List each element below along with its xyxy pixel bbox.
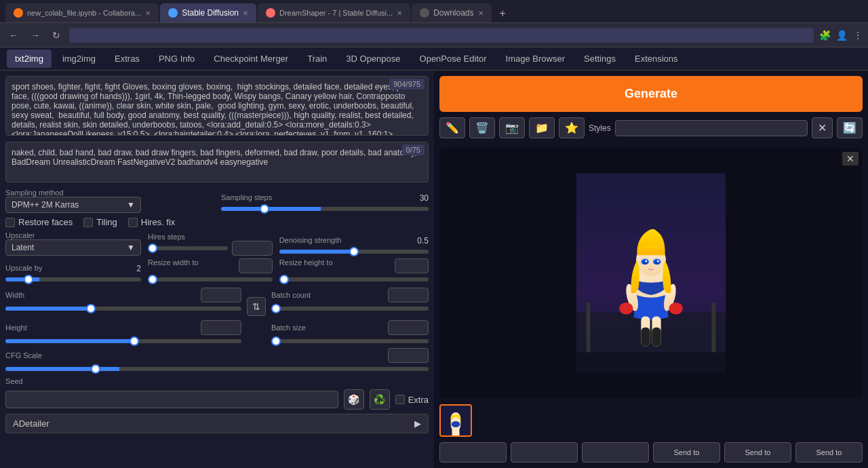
cfg-slider[interactable] — [5, 367, 429, 371]
sampling-method-label: Sampling method — [5, 189, 213, 197]
swap-dimensions-btn[interactable]: ⇅ — [247, 288, 266, 316]
upscaler-dropdown[interactable]: Latent ▼ — [5, 239, 141, 256]
cfg-input[interactable]: 7 — [388, 348, 429, 363]
batch-size-label: Batch size — [271, 324, 306, 332]
swap-icon: ⇅ — [247, 297, 266, 316]
tiling-check — [83, 218, 93, 227]
refresh-btn[interactable]: ↻ — [49, 28, 64, 42]
close-tab-dreamer[interactable]: ✕ — [397, 9, 402, 17]
spacer — [247, 320, 266, 345]
negative-prompt-input[interactable]: naked, child, bad hand, bad draw, bad dr… — [5, 142, 429, 182]
upscaler-value: Latent — [12, 243, 34, 252]
star-tool-btn[interactable]: ⭐ — [559, 117, 585, 138]
browser-tab-bar: new_colab_file.ipynb - Collabora... ✕ St… — [0, 0, 868, 23]
negative-prompt-box: naked, child, bad hand, bad draw, bad dr… — [5, 142, 429, 184]
batch-count-input[interactable]: 1 — [388, 288, 429, 303]
batch-size-slider[interactable] — [271, 339, 429, 343]
batch-size-input[interactable]: 1 — [388, 320, 429, 335]
height-input[interactable]: 1152 — [201, 320, 241, 335]
folder-tool-btn[interactable]: 📁 — [529, 117, 555, 138]
send-to-btn-2[interactable]: Send to — [724, 442, 791, 463]
tiling-checkbox[interactable]: Tiling — [83, 217, 117, 227]
upscaler-chevron: ▼ — [127, 243, 135, 252]
send-btn-1[interactable] — [439, 442, 507, 463]
main-content: sport shoes, fighter, fight, fight Glove… — [0, 71, 868, 468]
height-batchsize-row: Height 1152 Batch size 1 — [5, 320, 429, 345]
nav-train[interactable]: Train — [299, 50, 335, 68]
generated-image — [576, 164, 726, 381]
camera-tool-btn[interactable]: 📷 — [499, 117, 525, 138]
tab-icon-colab — [14, 8, 23, 18]
extra-seed-checkbox[interactable]: Extra — [395, 395, 429, 405]
close-tab-stable[interactable]: ✕ — [243, 9, 248, 17]
nav-3dopenpose[interactable]: 3D Openpose — [338, 50, 408, 68]
batch-count-slider[interactable] — [271, 307, 429, 311]
styles-label: Styles — [589, 123, 611, 133]
nav-txt2img[interactable]: txt2img — [7, 50, 52, 68]
denoising-slider[interactable] — [279, 250, 429, 254]
nav-extensions[interactable]: Extensions — [627, 50, 686, 68]
styles-clear-btn[interactable]: ✕ — [812, 117, 833, 138]
trash-tool-btn[interactable]: 🗑️ — [469, 117, 495, 138]
nav-imagebrowser[interactable]: Image Browser — [498, 50, 573, 68]
svg-point-20 — [657, 260, 659, 262]
height-slider[interactable] — [5, 339, 241, 343]
generate-button[interactable]: Generate — [439, 76, 863, 112]
pencil-tool-btn[interactable]: ✏️ — [439, 117, 465, 138]
close-image-btn[interactable]: ✕ — [842, 152, 859, 165]
sampling-method-dropdown[interactable]: DPM++ 2M Karras ▼ — [5, 197, 141, 213]
resize-width-slider[interactable] — [148, 277, 273, 281]
nav-pnginfo[interactable]: PNG Info — [151, 50, 203, 68]
seed-input[interactable]: -1 — [5, 391, 338, 408]
negative-prompt-count: 0/75 — [402, 144, 425, 155]
sampling-steps-slider[interactable] — [221, 207, 429, 211]
resize-width-input[interactable]: 0 — [239, 258, 273, 273]
upscale-by-value: 2 — [136, 264, 141, 273]
address-bar[interactable]: 3a59ec42041dbb46cb.gradio.live — [69, 28, 814, 43]
tab-stable[interactable]: Stable Diffusion ✕ — [160, 3, 256, 22]
tab-downloads[interactable]: Downloads ✕ — [412, 3, 491, 22]
tab-colab[interactable]: new_colab_file.ipynb - Collabora... ✕ — [5, 3, 159, 22]
menu-icon[interactable]: ⋮ — [853, 30, 863, 41]
send-to-btn-3[interactable]: Send to — [795, 442, 863, 463]
send-btn-2[interactable] — [511, 442, 578, 463]
hires-fix-checkbox[interactable]: Hires. fix — [128, 217, 176, 227]
left-panel: sport shoes, fighter, fight, fight Glove… — [0, 71, 434, 468]
nav-extras[interactable]: Extras — [106, 50, 148, 68]
new-tab-btn[interactable]: + — [493, 5, 513, 22]
tab-dreamer[interactable]: DreamShaper - 7 | Stable Diffusi... ✕ — [258, 3, 410, 22]
nav-settings[interactable]: Settings — [576, 50, 624, 68]
width-input[interactable]: 768 — [201, 288, 241, 303]
send-to-btn[interactable]: Send to — [653, 442, 720, 463]
restore-faces-checkbox[interactable]: Restore faces — [5, 217, 73, 227]
resize-height-slider[interactable] — [279, 277, 429, 281]
thumbnail-1[interactable] — [439, 404, 472, 437]
account-icon[interactable]: 👤 — [836, 30, 848, 41]
adetailer-row[interactable]: ADetailer ▶ — [5, 414, 429, 433]
tab-label-dreamer: DreamShaper - 7 | Stable Diffusi... — [279, 9, 393, 17]
positive-prompt-input[interactable]: sport shoes, fighter, fight, fight Glove… — [5, 76, 429, 136]
tab-icon-dreamer — [266, 8, 275, 18]
send-btn-3[interactable] — [582, 442, 649, 463]
close-tab-downloads[interactable]: ✕ — [478, 9, 484, 17]
extra-check — [395, 395, 405, 404]
extensions-icon[interactable]: 🧩 — [819, 30, 831, 41]
close-tab-colab[interactable]: ✕ — [145, 9, 151, 17]
nav-img2img[interactable]: img2img — [54, 50, 104, 68]
forward-btn[interactable]: → — [27, 28, 43, 42]
styles-input[interactable] — [615, 120, 808, 136]
hires-steps-input[interactable]: 0 — [232, 241, 273, 256]
upscale-by-slider[interactable] — [5, 277, 141, 281]
toolbar-row: ✏️ 🗑️ 📷 📁 ⭐ Styles ✕ 🔄 — [439, 117, 863, 138]
nav-openpose[interactable]: OpenPose Editor — [412, 50, 495, 68]
hires-steps-slider[interactable] — [148, 246, 228, 250]
styles-refresh-btn[interactable]: 🔄 — [837, 117, 863, 138]
resize-height-input[interactable]: 0 — [395, 258, 429, 273]
width-slider[interactable] — [5, 307, 241, 311]
back-btn[interactable]: ← — [5, 28, 22, 42]
dice-btn[interactable]: 🎲 — [344, 389, 364, 410]
svg-rect-9 — [652, 328, 660, 347]
nav-checkpoint[interactable]: Checkpoint Merger — [205, 50, 296, 68]
recycle-btn[interactable]: ♻️ — [370, 389, 390, 410]
hires-steps-group: Hires steps 0 — [148, 233, 273, 256]
